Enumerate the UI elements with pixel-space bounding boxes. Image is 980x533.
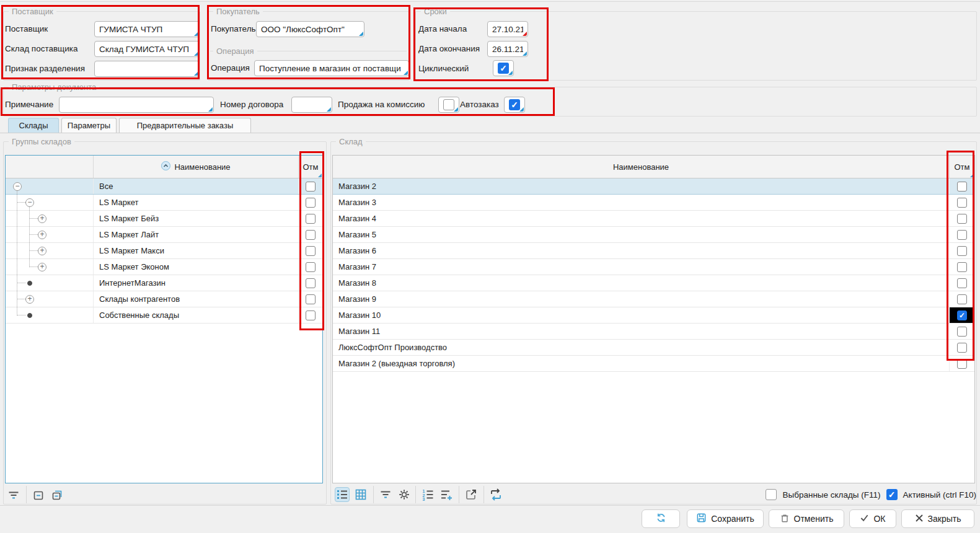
collapse-icon[interactable] [31, 488, 46, 503]
store-row[interactable]: ЛюксСофтОпт Производство [333, 340, 974, 356]
store-row[interactable]: Магазин 10 [333, 307, 974, 324]
mark-column-header[interactable]: Отм [949, 156, 974, 178]
name-column-header[interactable]: Наименование [333, 156, 949, 178]
store-row[interactable]: Магазин 3 [333, 195, 974, 211]
tab-2[interactable]: Параметры [61, 118, 117, 133]
store-row[interactable]: Магазин 2 [333, 178, 974, 195]
separation-flag-field[interactable] [94, 61, 200, 77]
filter-icon[interactable] [6, 488, 21, 503]
tab-1[interactable]: Склады [8, 118, 59, 133]
settings-icon[interactable] [397, 487, 412, 502]
cycle-icon[interactable] [488, 487, 503, 502]
mark-cell[interactable] [949, 356, 974, 371]
row-checkbox[interactable] [957, 311, 967, 320]
row-checkbox[interactable] [957, 278, 967, 288]
mark-cell[interactable] [299, 178, 322, 194]
supplier-warehouse-field[interactable] [94, 41, 200, 57]
row-checkbox[interactable] [306, 246, 316, 256]
row-checkbox[interactable] [306, 198, 316, 208]
mark-cell[interactable] [299, 275, 322, 291]
store-row[interactable]: Магазин 8 [333, 275, 974, 291]
mark-cell[interactable] [299, 291, 322, 307]
operation-field[interactable] [254, 60, 409, 76]
group-row[interactable]: +LS Маркет Макси [6, 243, 322, 259]
open-external-icon[interactable] [464, 487, 479, 502]
buyer-input[interactable] [257, 22, 364, 37]
mark-cell[interactable] [949, 227, 974, 242]
buyer-field[interactable] [256, 21, 364, 37]
store-row[interactable]: Магазин 4 [333, 211, 974, 227]
row-checkbox[interactable] [957, 230, 967, 240]
tree-minus-icon[interactable]: − [25, 198, 34, 207]
mark-cell[interactable] [299, 243, 322, 258]
contract-number-field[interactable] [291, 97, 332, 113]
tree-plus-icon[interactable]: + [38, 263, 46, 271]
row-checkbox[interactable] [957, 262, 967, 272]
mark-cell[interactable] [949, 195, 974, 210]
ok-button[interactable]: ОК [849, 509, 896, 528]
cancel-button[interactable]: Отменить [769, 509, 844, 528]
group-row[interactable]: +LS Маркет Эконом [6, 259, 322, 275]
tree-plus-icon[interactable]: + [38, 231, 46, 239]
note-input[interactable] [60, 97, 213, 112]
operation-input[interactable] [255, 61, 408, 76]
row-checkbox[interactable] [957, 246, 967, 256]
end-date-input[interactable] [488, 42, 528, 56]
cyclic-checkbox[interactable] [493, 60, 514, 76]
row-checkbox[interactable] [306, 182, 316, 192]
group-row[interactable]: −Все [6, 178, 322, 195]
supplier-warehouse-input[interactable] [95, 42, 199, 56]
group-row[interactable]: −LS Маркет [6, 195, 322, 211]
group-row[interactable]: +Склады контрагентов [6, 291, 322, 307]
mark-cell[interactable] [949, 340, 974, 355]
mark-cell[interactable] [299, 195, 322, 210]
contract-number-input[interactable] [292, 97, 332, 112]
mark-cell[interactable] [949, 259, 974, 275]
mark-cell[interactable] [949, 324, 974, 339]
list-view-icon[interactable] [335, 487, 350, 502]
row-checkbox[interactable] [306, 230, 316, 240]
row-checkbox[interactable] [957, 214, 967, 224]
row-checkbox[interactable] [306, 311, 316, 320]
start-date-input[interactable] [488, 22, 528, 37]
close-button[interactable]: Закрыть [901, 509, 974, 528]
mark-cell[interactable] [299, 259, 322, 275]
row-checkbox[interactable] [957, 294, 967, 304]
autoorder-checkbox[interactable] [504, 97, 525, 113]
group-row[interactable]: ИнтернетМагазин [6, 275, 322, 291]
numbered-list-icon[interactable]: 123 [420, 487, 435, 502]
mark-cell[interactable] [949, 178, 974, 194]
grid-view-icon[interactable] [353, 487, 368, 502]
row-checkbox[interactable] [957, 198, 967, 208]
row-checkbox[interactable] [957, 327, 967, 337]
store-row[interactable]: Магазин 2 (выездная торговля) [333, 356, 974, 372]
row-checkbox[interactable] [957, 182, 967, 192]
save-button[interactable]: Сохранить [687, 509, 764, 528]
mark-cell[interactable] [299, 227, 322, 242]
tree-plus-icon[interactable]: + [38, 214, 46, 223]
mark-cell[interactable] [949, 211, 974, 226]
group-row[interactable]: Собственные склады [6, 307, 322, 324]
group-row[interactable]: +LS Маркет Бейз [6, 211, 322, 227]
mark-cell[interactable] [949, 243, 974, 258]
mark-cell[interactable] [949, 291, 974, 307]
start-date-field[interactable] [487, 21, 528, 37]
note-field[interactable] [59, 97, 214, 113]
store-row[interactable]: Магазин 11 [333, 324, 974, 340]
mark-cell[interactable] [949, 307, 974, 323]
tree-plus-icon[interactable]: + [25, 295, 34, 304]
name-column-header[interactable]: Наименование [94, 156, 299, 178]
mark-cell[interactable] [299, 211, 322, 226]
filter-icon[interactable] [378, 487, 393, 502]
tab-3[interactable]: Предварительные заказы [119, 118, 251, 133]
row-checkbox[interactable] [306, 278, 316, 288]
store-row[interactable]: Магазин 5 [333, 227, 974, 243]
group-row[interactable]: +LS Маркет Лайт [6, 227, 322, 243]
selected-stores-checkbox[interactable] [766, 489, 777, 500]
supplier-field[interactable] [94, 21, 200, 37]
active-checkbox[interactable] [886, 489, 898, 500]
add-list-icon[interactable] [439, 487, 454, 502]
collapse-all-icon[interactable] [50, 488, 64, 503]
row-checkbox[interactable] [306, 262, 316, 272]
commission-checkbox[interactable] [438, 97, 459, 113]
